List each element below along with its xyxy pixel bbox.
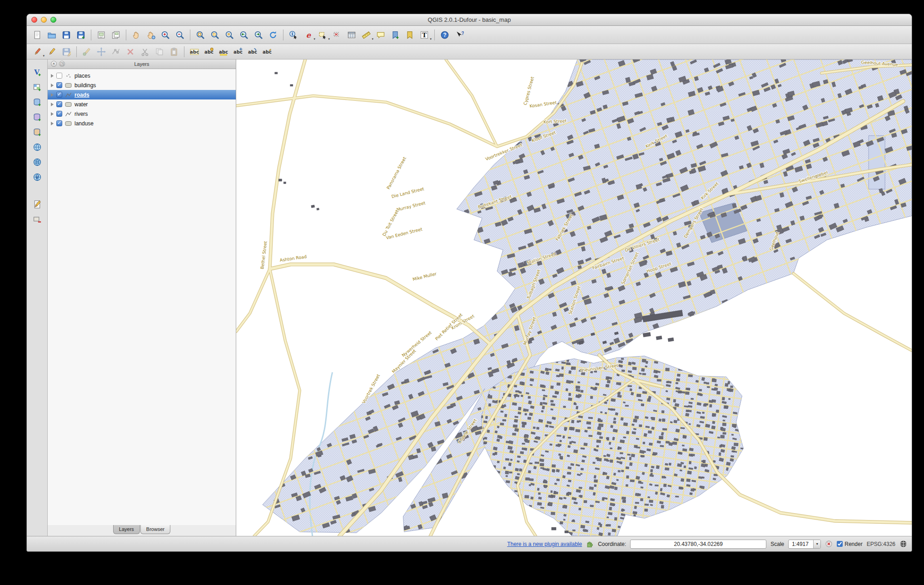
abc-high-icon: abc: [219, 47, 228, 56]
layer-item-landuse[interactable]: landuse: [48, 119, 236, 128]
layer-item-rivers[interactable]: rivers: [48, 109, 236, 119]
zoom-full-extent-button[interactable]: [194, 29, 207, 41]
pan-map-button[interactable]: [129, 29, 143, 41]
coordinate-input[interactable]: [630, 540, 766, 549]
add-vector-layer-button[interactable]: V: [30, 66, 44, 79]
add-postgis-layer-button[interactable]: [30, 96, 44, 109]
titlebar[interactable]: QGIS 2.0.1-Dufour - basic_map: [27, 14, 912, 26]
plugin-available-link[interactable]: There is a new plugin available: [507, 541, 582, 547]
expand-arrow-icon[interactable]: [51, 93, 54, 97]
water-visibility-checkbox[interactable]: [56, 101, 62, 107]
panel-close-button[interactable]: ×: [51, 61, 57, 67]
delete-selected-button[interactable]: [124, 45, 137, 58]
manage-layers-toolbar: VV: [27, 59, 48, 536]
whats-this-button[interactable]: ?: [452, 29, 466, 41]
composer-icon: [97, 30, 106, 40]
expand-arrow-icon[interactable]: [51, 74, 54, 78]
new-bookmark-button[interactable]: [388, 29, 402, 41]
rivers-visibility-checkbox[interactable]: [56, 111, 62, 117]
save-project-as-button[interactable]: [74, 29, 88, 41]
layer-item-places[interactable]: places: [48, 71, 236, 80]
node-tool-button[interactable]: [109, 45, 123, 58]
render-checkbox[interactable]: [837, 541, 843, 547]
run-feature-action-button[interactable]: e▾: [301, 29, 315, 41]
show-bookmarks-button[interactable]: [403, 29, 417, 41]
polygon-layer-icon: [65, 101, 72, 108]
buildings-visibility-checkbox[interactable]: [56, 82, 62, 88]
street-label: Van Eeden Street: [386, 227, 423, 241]
composer-manager-button[interactable]: [109, 29, 123, 41]
label-settings-button[interactable]: abc: [188, 45, 201, 58]
layer-item-roads[interactable]: roads: [48, 90, 236, 99]
rotate-label-button[interactable]: abc: [246, 45, 259, 58]
add-wfs-layer-button[interactable]: V: [30, 171, 44, 183]
paste-features-button[interactable]: [167, 45, 181, 58]
add-raster-layer-button[interactable]: [30, 81, 44, 94]
stop-render-icon[interactable]: [825, 540, 833, 548]
save-project-button[interactable]: [60, 29, 73, 41]
refresh-icon: [268, 30, 278, 40]
add-mssql-layer-button[interactable]: [30, 126, 44, 139]
text-annotation-button[interactable]: T▾: [417, 29, 431, 41]
new-shapefile-layer-button[interactable]: [30, 198, 44, 211]
expand-arrow-icon[interactable]: [51, 112, 54, 116]
map-canvas[interactable]: Geelhout AvenueCypres StreetKosan Street…: [236, 59, 912, 536]
plugin-puzzle-icon[interactable]: [586, 540, 594, 548]
zoom-window-button[interactable]: [50, 17, 56, 23]
add-wms-layer-button[interactable]: [30, 141, 44, 154]
expand-arrow-icon[interactable]: [51, 103, 54, 106]
open-project-button[interactable]: [45, 29, 59, 41]
new-print-composer-button[interactable]: [94, 29, 108, 41]
help-contents-button[interactable]: ?: [438, 29, 452, 41]
save-layer-edits-button[interactable]: [60, 45, 73, 58]
crs-status-icon[interactable]: [899, 540, 907, 548]
roads-visibility-checkbox[interactable]: [56, 92, 62, 98]
zoom-in-button[interactable]: [159, 29, 172, 41]
add-spatialite-layer-button[interactable]: [30, 111, 44, 124]
add-wcs-layer-button[interactable]: [30, 156, 44, 169]
cut-features-button[interactable]: [138, 45, 152, 58]
copy-features-button[interactable]: [153, 45, 166, 58]
panel-tabs: LayersBrowser: [48, 525, 236, 536]
zoom-last-button[interactable]: [237, 29, 251, 41]
scale-combo[interactable]: 1:4917 ▾: [788, 540, 821, 549]
remove-layer-button[interactable]: [30, 213, 44, 226]
scale-dropdown-caret[interactable]: ▾: [813, 540, 820, 548]
layer-item-water[interactable]: water: [48, 99, 236, 109]
zoom-next-button[interactable]: [252, 29, 265, 41]
places-visibility-checkbox[interactable]: [56, 73, 62, 79]
deselect-features-button[interactable]: [330, 29, 344, 41]
layer-raster-icon: [33, 83, 42, 92]
move-feature-button[interactable]: [94, 45, 108, 58]
highlight-pinned-labels-button[interactable]: abc: [217, 45, 230, 58]
open-attribute-table-button[interactable]: [345, 29, 358, 41]
new-project-button[interactable]: [30, 29, 44, 41]
layer-item-buildings[interactable]: buildings: [48, 80, 236, 90]
touch-zoom-and-pan-button[interactable]: [144, 29, 158, 41]
panel-tab-layers[interactable]: Layers: [113, 525, 140, 534]
add-feature-icon: [82, 47, 91, 56]
add-feature-button[interactable]: [80, 45, 94, 58]
expand-arrow-icon[interactable]: [51, 84, 54, 87]
refresh-map-button[interactable]: [266, 29, 280, 41]
map-tips-button[interactable]: [374, 29, 387, 41]
identify-features-button[interactable]: i: [287, 29, 300, 41]
panel-detach-button[interactable]: ◳: [59, 61, 65, 67]
change-label-properties-button[interactable]: abc: [260, 45, 274, 58]
zoom-out-button[interactable]: [173, 29, 187, 41]
zoom-to-selection-button[interactable]: [208, 29, 222, 41]
select-features-button[interactable]: ▾: [316, 29, 329, 41]
expand-arrow-icon[interactable]: [51, 122, 54, 125]
pin-labels-button[interactable]: abc: [202, 45, 216, 58]
move-label-button[interactable]: abc: [231, 45, 245, 58]
close-window-button[interactable]: [31, 17, 37, 23]
dropdown-caret-icon: ▾: [372, 37, 373, 41]
panel-tab-browser[interactable]: Browser: [140, 525, 170, 534]
node-tool-icon: [111, 47, 120, 56]
minimize-window-button[interactable]: [41, 17, 47, 23]
zoom-to-layer-button[interactable]: [223, 29, 236, 41]
toggle-editing-button[interactable]: [45, 45, 59, 58]
landuse-visibility-checkbox[interactable]: [56, 120, 62, 126]
current-edits-button[interactable]: ▾: [30, 45, 44, 58]
measure-line-button[interactable]: ▾: [359, 29, 373, 41]
